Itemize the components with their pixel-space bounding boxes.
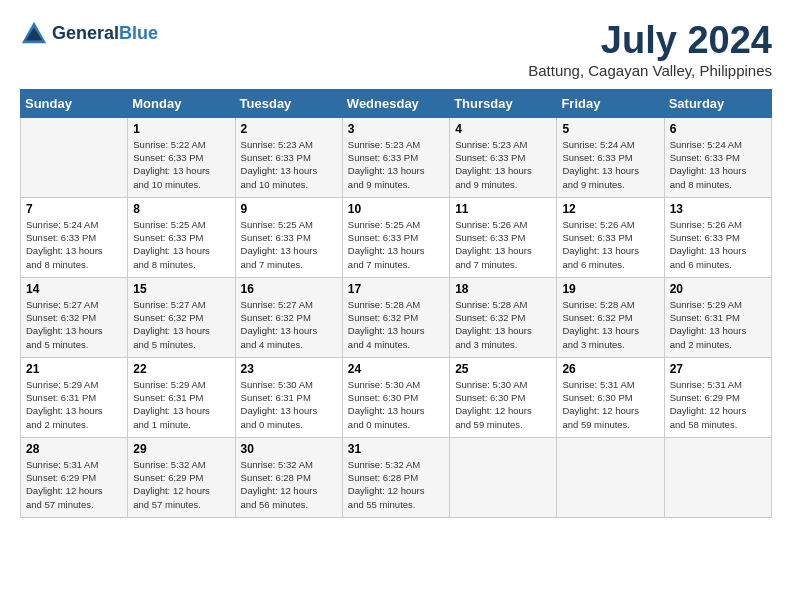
day-number: 28 <box>26 442 122 456</box>
calendar-cell: 21Sunrise: 5:29 AMSunset: 6:31 PMDayligh… <box>21 357 128 437</box>
calendar-cell <box>21 117 128 197</box>
day-number: 29 <box>133 442 229 456</box>
calendar-cell: 11Sunrise: 5:26 AMSunset: 6:33 PMDayligh… <box>450 197 557 277</box>
day-number: 3 <box>348 122 444 136</box>
day-info: Sunrise: 5:26 AMSunset: 6:33 PMDaylight:… <box>670 218 766 271</box>
day-number: 25 <box>455 362 551 376</box>
calendar-cell: 8Sunrise: 5:25 AMSunset: 6:33 PMDaylight… <box>128 197 235 277</box>
day-number: 21 <box>26 362 122 376</box>
calendar-cell: 3Sunrise: 5:23 AMSunset: 6:33 PMDaylight… <box>342 117 449 197</box>
day-number: 7 <box>26 202 122 216</box>
calendar-cell <box>664 437 771 517</box>
calendar-cell: 4Sunrise: 5:23 AMSunset: 6:33 PMDaylight… <box>450 117 557 197</box>
calendar-cell: 18Sunrise: 5:28 AMSunset: 6:32 PMDayligh… <box>450 277 557 357</box>
day-info: Sunrise: 5:24 AMSunset: 6:33 PMDaylight:… <box>562 138 658 191</box>
weekday-header-tuesday: Tuesday <box>235 89 342 117</box>
calendar-cell: 5Sunrise: 5:24 AMSunset: 6:33 PMDaylight… <box>557 117 664 197</box>
day-info: Sunrise: 5:31 AMSunset: 6:29 PMDaylight:… <box>670 378 766 431</box>
calendar-cell: 23Sunrise: 5:30 AMSunset: 6:31 PMDayligh… <box>235 357 342 437</box>
calendar-table: SundayMondayTuesdayWednesdayThursdayFrid… <box>20 89 772 518</box>
day-number: 22 <box>133 362 229 376</box>
day-info: Sunrise: 5:23 AMSunset: 6:33 PMDaylight:… <box>241 138 337 191</box>
month-title: July 2024 <box>528 20 772 62</box>
day-info: Sunrise: 5:30 AMSunset: 6:30 PMDaylight:… <box>348 378 444 431</box>
week-row-4: 21Sunrise: 5:29 AMSunset: 6:31 PMDayligh… <box>21 357 772 437</box>
weekday-header-thursday: Thursday <box>450 89 557 117</box>
day-info: Sunrise: 5:24 AMSunset: 6:33 PMDaylight:… <box>26 218 122 271</box>
day-info: Sunrise: 5:25 AMSunset: 6:33 PMDaylight:… <box>241 218 337 271</box>
calendar-cell: 17Sunrise: 5:28 AMSunset: 6:32 PMDayligh… <box>342 277 449 357</box>
day-number: 4 <box>455 122 551 136</box>
header: GeneralBlue July 2024 Battung, Cagayan V… <box>20 20 772 79</box>
calendar-cell: 16Sunrise: 5:27 AMSunset: 6:32 PMDayligh… <box>235 277 342 357</box>
weekday-header-monday: Monday <box>128 89 235 117</box>
calendar-cell: 7Sunrise: 5:24 AMSunset: 6:33 PMDaylight… <box>21 197 128 277</box>
day-number: 9 <box>241 202 337 216</box>
calendar-cell: 14Sunrise: 5:27 AMSunset: 6:32 PMDayligh… <box>21 277 128 357</box>
day-info: Sunrise: 5:31 AMSunset: 6:29 PMDaylight:… <box>26 458 122 511</box>
day-info: Sunrise: 5:27 AMSunset: 6:32 PMDaylight:… <box>241 298 337 351</box>
day-info: Sunrise: 5:28 AMSunset: 6:32 PMDaylight:… <box>348 298 444 351</box>
week-row-2: 7Sunrise: 5:24 AMSunset: 6:33 PMDaylight… <box>21 197 772 277</box>
day-info: Sunrise: 5:29 AMSunset: 6:31 PMDaylight:… <box>26 378 122 431</box>
week-row-3: 14Sunrise: 5:27 AMSunset: 6:32 PMDayligh… <box>21 277 772 357</box>
day-number: 1 <box>133 122 229 136</box>
calendar-cell: 19Sunrise: 5:28 AMSunset: 6:32 PMDayligh… <box>557 277 664 357</box>
day-info: Sunrise: 5:29 AMSunset: 6:31 PMDaylight:… <box>670 298 766 351</box>
day-number: 31 <box>348 442 444 456</box>
day-number: 8 <box>133 202 229 216</box>
day-number: 12 <box>562 202 658 216</box>
day-info: Sunrise: 5:26 AMSunset: 6:33 PMDaylight:… <box>455 218 551 271</box>
calendar-cell: 31Sunrise: 5:32 AMSunset: 6:28 PMDayligh… <box>342 437 449 517</box>
calendar-cell: 22Sunrise: 5:29 AMSunset: 6:31 PMDayligh… <box>128 357 235 437</box>
calendar-cell <box>557 437 664 517</box>
day-number: 2 <box>241 122 337 136</box>
day-number: 19 <box>562 282 658 296</box>
day-number: 11 <box>455 202 551 216</box>
day-info: Sunrise: 5:28 AMSunset: 6:32 PMDaylight:… <box>455 298 551 351</box>
title-area: July 2024 Battung, Cagayan Valley, Phili… <box>528 20 772 79</box>
calendar-cell: 28Sunrise: 5:31 AMSunset: 6:29 PMDayligh… <box>21 437 128 517</box>
calendar-cell: 26Sunrise: 5:31 AMSunset: 6:30 PMDayligh… <box>557 357 664 437</box>
calendar-cell: 29Sunrise: 5:32 AMSunset: 6:29 PMDayligh… <box>128 437 235 517</box>
calendar-cell: 12Sunrise: 5:26 AMSunset: 6:33 PMDayligh… <box>557 197 664 277</box>
day-info: Sunrise: 5:30 AMSunset: 6:30 PMDaylight:… <box>455 378 551 431</box>
weekday-header-saturday: Saturday <box>664 89 771 117</box>
day-info: Sunrise: 5:27 AMSunset: 6:32 PMDaylight:… <box>26 298 122 351</box>
week-row-5: 28Sunrise: 5:31 AMSunset: 6:29 PMDayligh… <box>21 437 772 517</box>
day-number: 5 <box>562 122 658 136</box>
week-row-1: 1Sunrise: 5:22 AMSunset: 6:33 PMDaylight… <box>21 117 772 197</box>
day-number: 16 <box>241 282 337 296</box>
logo-icon <box>20 20 48 48</box>
day-info: Sunrise: 5:25 AMSunset: 6:33 PMDaylight:… <box>348 218 444 271</box>
day-number: 15 <box>133 282 229 296</box>
day-info: Sunrise: 5:26 AMSunset: 6:33 PMDaylight:… <box>562 218 658 271</box>
logo-text: GeneralBlue <box>52 24 158 44</box>
day-info: Sunrise: 5:24 AMSunset: 6:33 PMDaylight:… <box>670 138 766 191</box>
day-info: Sunrise: 5:29 AMSunset: 6:31 PMDaylight:… <box>133 378 229 431</box>
day-number: 6 <box>670 122 766 136</box>
calendar-cell: 1Sunrise: 5:22 AMSunset: 6:33 PMDaylight… <box>128 117 235 197</box>
day-info: Sunrise: 5:32 AMSunset: 6:28 PMDaylight:… <box>348 458 444 511</box>
calendar-cell <box>450 437 557 517</box>
day-info: Sunrise: 5:23 AMSunset: 6:33 PMDaylight:… <box>455 138 551 191</box>
day-number: 10 <box>348 202 444 216</box>
day-info: Sunrise: 5:27 AMSunset: 6:32 PMDaylight:… <box>133 298 229 351</box>
weekday-header-sunday: Sunday <box>21 89 128 117</box>
day-number: 30 <box>241 442 337 456</box>
weekday-header-row: SundayMondayTuesdayWednesdayThursdayFrid… <box>21 89 772 117</box>
logo: GeneralBlue <box>20 20 158 48</box>
day-number: 13 <box>670 202 766 216</box>
calendar-cell: 9Sunrise: 5:25 AMSunset: 6:33 PMDaylight… <box>235 197 342 277</box>
weekday-header-wednesday: Wednesday <box>342 89 449 117</box>
calendar-cell: 10Sunrise: 5:25 AMSunset: 6:33 PMDayligh… <box>342 197 449 277</box>
calendar-cell: 2Sunrise: 5:23 AMSunset: 6:33 PMDaylight… <box>235 117 342 197</box>
day-info: Sunrise: 5:32 AMSunset: 6:29 PMDaylight:… <box>133 458 229 511</box>
calendar-cell: 20Sunrise: 5:29 AMSunset: 6:31 PMDayligh… <box>664 277 771 357</box>
calendar-cell: 25Sunrise: 5:30 AMSunset: 6:30 PMDayligh… <box>450 357 557 437</box>
calendar-cell: 30Sunrise: 5:32 AMSunset: 6:28 PMDayligh… <box>235 437 342 517</box>
day-info: Sunrise: 5:32 AMSunset: 6:28 PMDaylight:… <box>241 458 337 511</box>
calendar-cell: 24Sunrise: 5:30 AMSunset: 6:30 PMDayligh… <box>342 357 449 437</box>
calendar-cell: 15Sunrise: 5:27 AMSunset: 6:32 PMDayligh… <box>128 277 235 357</box>
calendar-cell: 13Sunrise: 5:26 AMSunset: 6:33 PMDayligh… <box>664 197 771 277</box>
